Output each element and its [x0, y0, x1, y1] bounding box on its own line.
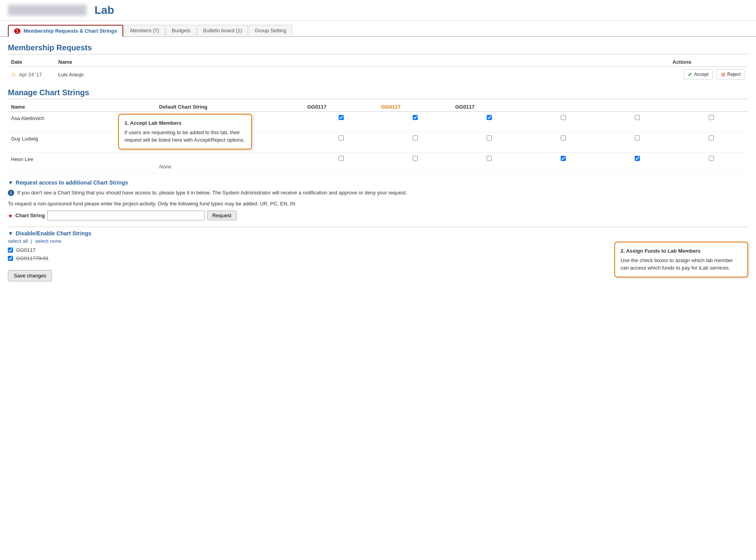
membership-requests-title: Membership Requests — [8, 43, 748, 54]
tab-membership-chart[interactable]: 1 Membership Requests & Chart Strings — [8, 25, 123, 37]
disable-enable-toggle[interactable]: ▼ Disable/Enable Chart Strings — [8, 230, 748, 237]
checkbox-asa-gg5[interactable] — [635, 115, 640, 120]
checkbox-asa-gg2[interactable] — [413, 115, 418, 120]
manage-chart-strings-title: Manage Chart Strings — [8, 88, 748, 99]
col-extra-1 — [526, 102, 600, 112]
checkbox-asa-gg6[interactable] — [709, 115, 714, 120]
cb-asa-5[interactable] — [600, 112, 674, 123]
cb-asa-6[interactable] — [674, 112, 748, 123]
checkbox-heon-gg2[interactable] — [413, 156, 418, 161]
col-date: Date — [8, 57, 55, 67]
fund-checkbox-gg0117[interactable] — [8, 248, 13, 253]
reject-label: Reject — [727, 72, 741, 77]
tab-group-label: Group Setting — [255, 28, 286, 33]
checkbox-guy-gg2[interactable] — [413, 135, 418, 140]
cb-guy-3[interactable] — [452, 132, 526, 144]
warning-icon: ⚠ — [11, 71, 16, 78]
accept-button[interactable]: ✔ Accept — [684, 69, 713, 79]
member-default-3 — [156, 153, 304, 164]
cb-asa-1[interactable] — [304, 112, 378, 123]
collapse-arrow-2-icon: ▼ — [8, 230, 13, 237]
col-actions: Actions — [669, 57, 748, 67]
col-gg0117-2: GG0117 — [378, 102, 452, 112]
request-description-2: To request a non-sponsored fund please e… — [8, 200, 748, 208]
request-access-toggle[interactable]: ▼ Request access to additional Chart Str… — [8, 179, 748, 186]
cb-heon-6[interactable] — [674, 153, 748, 164]
col-extra-2 — [600, 102, 674, 112]
tab-membership-label: Membership Requests & Chart Strings — [24, 28, 117, 34]
cb-guy-5[interactable] — [600, 132, 674, 144]
member-default-3-val: None — [156, 164, 304, 173]
chart-string-input-row: ★ Chart String Request — [8, 211, 748, 220]
link-separator: | — [31, 238, 33, 244]
accept-label: Accept — [694, 72, 709, 77]
collapse-arrow-icon: ▼ — [8, 179, 13, 186]
fund-label-gg0117[interactable]: GG0117 — [16, 247, 35, 253]
save-changes-button[interactable]: Save changes — [8, 270, 52, 281]
reject-icon: ⊘ — [721, 71, 726, 78]
table-row: ⚠ Apr 24 '17 Luis Araujo ✔ Accept ⊘ Reje… — [8, 67, 748, 82]
col-gg0117-1: GG0117 — [304, 102, 378, 112]
checkmark-icon: ✔ — [688, 71, 693, 78]
tab-group-setting[interactable]: Group Setting — [249, 25, 292, 36]
tooltip-2-title: 2. Assign Funds to Lab Members — [621, 247, 742, 255]
cb-guy-1[interactable] — [304, 132, 378, 144]
checkbox-asa-gg4[interactable] — [561, 115, 566, 120]
checkbox-heon-gg5[interactable] — [635, 156, 640, 161]
page-header: Lab — [0, 0, 756, 21]
select-all-link[interactable]: select all — [8, 238, 28, 244]
checkbox-guy-gg4[interactable] — [561, 135, 566, 140]
tooltip-1-body: If users are requesting to be added to t… — [124, 129, 246, 144]
checkbox-asa-gg1[interactable] — [339, 115, 344, 120]
required-star: ★ — [8, 213, 13, 219]
info-icon: i — [8, 190, 14, 196]
fund-label-gg011779[interactable]: GG011779-01 — [16, 255, 48, 261]
cb-heon-2[interactable] — [378, 153, 452, 164]
checkbox-guy-gg5[interactable] — [635, 135, 640, 140]
fund-strikethrough: GG011779-01 — [16, 255, 48, 261]
reject-button[interactable]: ⊘ Reject — [717, 69, 745, 79]
checkbox-heon-gg1[interactable] — [339, 156, 344, 161]
request-date: ⚠ Apr 24 '17 — [8, 67, 55, 82]
col-gg0117-3: GG0117 — [452, 102, 526, 112]
checkbox-guy-gg3[interactable] — [487, 135, 492, 140]
cb-guy-2[interactable] — [378, 132, 452, 144]
tab-bulletin[interactable]: Bulletin board (1) — [197, 25, 248, 36]
tab-budgets-label: Budgets — [172, 28, 191, 33]
cb-heon-3[interactable] — [452, 153, 526, 164]
tab-bulletin-label: Bulletin board (1) — [203, 28, 242, 33]
col-name: Name — [55, 57, 669, 67]
col-default: Default Chart String — [156, 102, 304, 112]
cb-heon-4[interactable] — [526, 153, 600, 164]
checkbox-heon-gg4[interactable] — [561, 156, 566, 161]
cb-guy-4[interactable] — [526, 132, 600, 144]
cb-guy-6[interactable] — [674, 132, 748, 144]
cb-asa-2[interactable] — [378, 112, 452, 123]
cb-asa-4[interactable] — [526, 112, 600, 123]
checkbox-asa-gg3[interactable] — [487, 115, 492, 120]
cb-asa-3[interactable] — [452, 112, 526, 123]
checkbox-heon-gg6[interactable] — [709, 156, 714, 161]
membership-table: Date Name Actions ⚠ Apr 24 '17 Luis Arau… — [8, 57, 748, 82]
disable-enable-title: Disable/Enable Chart Strings — [16, 230, 91, 237]
blurred-info — [8, 5, 87, 16]
table-row: None — [8, 164, 748, 173]
request-button[interactable]: Request — [207, 211, 236, 220]
tab-members[interactable]: Members (7) — [124, 25, 165, 36]
tab-budgets[interactable]: Budgets — [166, 25, 196, 36]
tooltip-2-body: Use the check boxes to assign which lab … — [621, 257, 742, 272]
fund-checkbox-gg011779[interactable] — [8, 256, 13, 261]
request-access-title: Request access to additional Chart Strin… — [16, 179, 128, 186]
request-access-section: ▼ Request access to additional Chart Str… — [8, 179, 748, 220]
cb-heon-5[interactable] — [600, 153, 674, 164]
tooltip-accept-members: 1. Accept Lab Members If users are reque… — [118, 114, 252, 150]
checkbox-heon-gg3[interactable] — [487, 156, 492, 161]
checkbox-guy-gg6[interactable] — [709, 135, 714, 140]
chart-string-input[interactable] — [47, 211, 205, 220]
cb-heon-1[interactable] — [304, 153, 378, 164]
col-member-name: Name — [8, 102, 156, 112]
checkbox-guy-gg1[interactable] — [339, 135, 344, 140]
col-extra-3 — [674, 102, 748, 112]
page-title: Lab — [94, 4, 114, 17]
select-none-link[interactable]: select none — [35, 238, 61, 244]
